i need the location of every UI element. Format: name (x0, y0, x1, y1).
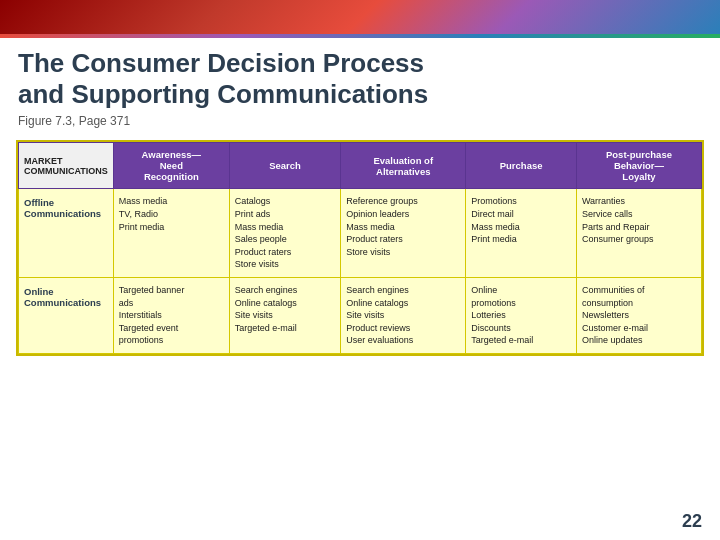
figure-label: Figure 7.3, Page 371 (18, 114, 702, 128)
header-col4: Purchase (466, 143, 577, 189)
online-col1: Targeted banner ads Interstitials Target… (113, 277, 229, 353)
consumer-decision-table: MARKET COMMUNICATIONS Awareness— Need Re… (18, 142, 702, 354)
offline-col4: Promotions Direct mail Mass media Print … (466, 189, 577, 278)
table-row-online: Online Communications Targeted banner ad… (19, 277, 702, 353)
table-header-row: MARKET COMMUNICATIONS Awareness— Need Re… (19, 143, 702, 189)
online-col2: Search engines Online catalogs Site visi… (229, 277, 340, 353)
offline-col2: Catalogs Print ads Mass media Sales peop… (229, 189, 340, 278)
online-col4: Online promotions Lotteries Discounts Ta… (466, 277, 577, 353)
header-col5: Post-purchase Behavior— Loyalty (576, 143, 701, 189)
offline-col5: Warranties Service calls Parts and Repai… (576, 189, 701, 278)
title-area: The Consumer Decision Process and Suppor… (0, 38, 720, 132)
section-label-online: Online Communications (19, 277, 114, 353)
header-col3: Evaluation of Alternatives (341, 143, 466, 189)
top-banner (0, 0, 720, 38)
header-col2: Search (229, 143, 340, 189)
page-number: 22 (682, 511, 702, 532)
title-line1: The Consumer Decision Process (18, 48, 424, 78)
offline-col1: Mass media TV, Radio Print media (113, 189, 229, 278)
table-row-offline: Offline Communications Mass media TV, Ra… (19, 189, 702, 278)
header-col0: MARKET COMMUNICATIONS (19, 143, 114, 189)
online-col5: Communities of consumption Newsletters C… (576, 277, 701, 353)
main-title: The Consumer Decision Process and Suppor… (18, 48, 702, 110)
offline-col3: Reference groups Opinion leaders Mass me… (341, 189, 466, 278)
main-table-container: MARKET COMMUNICATIONS Awareness— Need Re… (16, 140, 704, 356)
section-label-offline: Offline Communications (19, 189, 114, 278)
online-col3: Search engines Online catalogs Site visi… (341, 277, 466, 353)
header-col1: Awareness— Need Recognition (113, 143, 229, 189)
title-line2: and Supporting Communications (18, 79, 428, 109)
